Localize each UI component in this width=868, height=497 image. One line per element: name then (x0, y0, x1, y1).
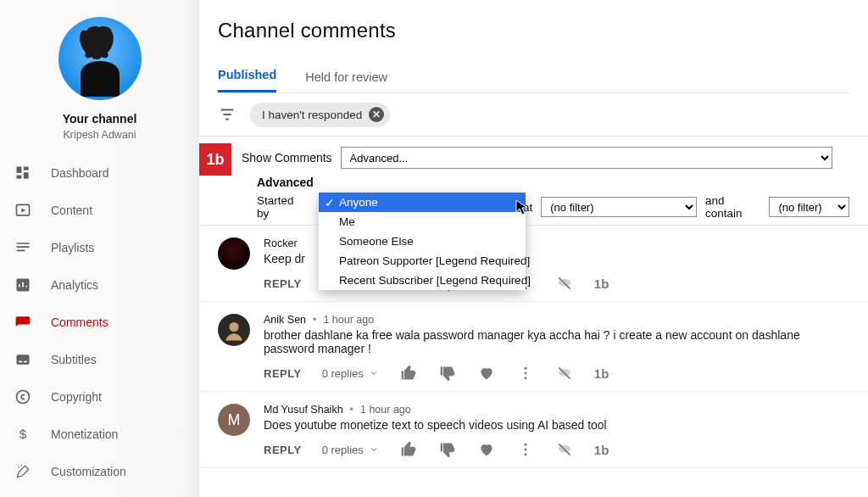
hide-icon[interactable] (555, 364, 574, 383)
heart-icon[interactable] (477, 364, 496, 383)
svg-point-16 (229, 322, 238, 332)
comments-list: Rocker Keep dr REPLY 0 replies 1b (199, 225, 868, 468)
tab-held-for-review[interactable]: Held for review (305, 70, 387, 92)
your-channel-label: Your channel (63, 112, 137, 126)
svg-point-22 (524, 453, 526, 455)
svg-point-9 (17, 391, 30, 404)
svg-rect-6 (17, 355, 30, 365)
svg-rect-0 (17, 167, 22, 174)
sidebar-item-comments[interactable]: Comments (0, 304, 199, 341)
comment-row: M Md Yusuf Shaikh • 1 hour ago Does yout… (199, 392, 868, 468)
more-icon[interactable] (516, 440, 535, 459)
sidebar-item-copyright[interactable]: Copyright (0, 378, 199, 416)
tubebuddy-panel: 1b Show Comments Advanced... Advanced St… (199, 136, 868, 225)
sidebar-item-playlists[interactable]: Playlists (0, 229, 199, 266)
show-comments-select[interactable]: Advanced... (341, 147, 832, 169)
dropdown-option-me[interactable]: Me (319, 212, 526, 232)
hide-icon[interactable] (555, 440, 574, 459)
svg-point-19 (524, 377, 526, 379)
dropdown-option-someone-else[interactable]: Someone Else (319, 232, 526, 251)
filter-chip-label: I haven't responded (262, 109, 362, 121)
comment-text: Does youtube monetize text to speech vid… (264, 418, 849, 432)
like-icon[interactable] (399, 364, 418, 383)
commenter-avatar[interactable]: M (218, 404, 250, 436)
commenter-avatar[interactable] (218, 237, 250, 270)
hide-icon[interactable] (555, 274, 574, 293)
tubebuddy-action-icon[interactable]: 1b (594, 274, 613, 293)
svg-point-21 (524, 449, 526, 451)
sidebar-item-label: Dashboard (51, 166, 109, 180)
started-by-label: Started by (257, 194, 306, 220)
like-icon[interactable] (399, 440, 418, 459)
comments-icon (14, 313, 32, 332)
svg-point-17 (524, 367, 526, 370)
svg-point-18 (524, 372, 526, 375)
svg-point-12 (21, 465, 23, 466)
sidebar-item-customization[interactable]: Customization (0, 453, 199, 490)
sidebar-item-dashboard[interactable]: Dashboard (0, 154, 199, 192)
comment-text: brother dashlane ka free wala password m… (264, 328, 849, 355)
page-title: Channel comments (218, 19, 868, 42)
and-contain-label: and contain (705, 194, 760, 220)
commenter-avatar[interactable] (218, 314, 250, 346)
sidebar-item-label: Subtitles (51, 353, 97, 366)
separator-dot: • (350, 404, 353, 416)
comment-author[interactable]: Anik Sen (264, 314, 306, 326)
filter-icon[interactable] (218, 105, 236, 124)
reply-button[interactable]: REPLY (264, 277, 302, 290)
sidebar-item-label: Customization (51, 465, 126, 478)
sidebar-item-label: Monetization (51, 427, 118, 441)
show-comments-label: Show Comments (242, 151, 332, 165)
dislike-icon[interactable] (438, 364, 457, 383)
copyright-icon (14, 388, 32, 406)
comment-row: Rocker Keep dr REPLY 0 replies 1b (199, 226, 868, 302)
sidebar-nav: Dashboard Content Playlists Analytics Co… (0, 154, 199, 490)
main-content: Channel comments Published Held for revi… (199, 0, 868, 497)
comment-time: 1 hour ago (323, 314, 374, 326)
channel-avatar[interactable] (58, 17, 142, 100)
svg-rect-3 (17, 176, 22, 179)
sidebar: Your channel Kripesh Adwani Dashboard Co… (0, 0, 199, 497)
filter-contain-select[interactable]: (no filter) (769, 197, 849, 217)
tubebuddy-action-icon[interactable]: 1b (594, 440, 613, 459)
sidebar-item-subtitles[interactable]: Subtitles (0, 341, 199, 378)
comment-author[interactable]: Rocker (264, 237, 298, 249)
separator-dot: • (313, 314, 316, 326)
comment-author[interactable]: Md Yusuf Shaikh (264, 404, 343, 416)
dislike-icon[interactable] (438, 440, 457, 459)
sidebar-item-label: Comments (51, 316, 108, 329)
dropdown-option-anyone[interactable]: Anyone (319, 193, 526, 212)
filter-chip[interactable]: I haven't responded ✕ (250, 103, 390, 127)
svg-text:$: $ (19, 427, 27, 441)
sidebar-item-label: Content (51, 204, 92, 217)
sidebar-item-monetization[interactable]: $ Monetization (0, 416, 199, 453)
replies-toggle[interactable]: 0 replies (322, 367, 379, 380)
tab-published[interactable]: Published (218, 68, 276, 92)
started-by-dropdown[interactable]: Anyone Me Someone Else Patreon Supporter… (319, 193, 526, 290)
reply-button[interactable]: REPLY (264, 367, 302, 380)
heart-icon[interactable] (477, 440, 496, 459)
reply-button[interactable]: REPLY (264, 444, 302, 456)
channel-name: Kripesh Adwani (63, 129, 136, 141)
content-icon (14, 201, 32, 220)
sidebar-item-analytics[interactable]: Analytics (0, 266, 199, 304)
svg-point-11 (18, 466, 19, 468)
svg-point-20 (524, 444, 526, 446)
svg-rect-7 (19, 361, 22, 363)
comment-time: 1 hour ago (360, 404, 411, 416)
remove-chip-icon[interactable]: ✕ (369, 107, 384, 122)
dropdown-option-recent-sub[interactable]: Recent Subscriber [Legend Required] (319, 271, 526, 290)
replies-toggle[interactable]: 0 replies (322, 444, 379, 456)
tubebuddy-logo-icon: 1b (199, 143, 231, 176)
tubebuddy-action-icon[interactable]: 1b (594, 364, 613, 383)
filter-that-select[interactable]: (no filter) (541, 197, 697, 217)
sidebar-item-label: Copyright (51, 390, 102, 404)
advanced-label: Advanced (257, 176, 849, 189)
dropdown-option-patreon[interactable]: Patreon Supporter [Legend Required] (319, 251, 526, 271)
playlists-icon (14, 238, 32, 257)
sidebar-item-content[interactable]: Content (0, 192, 199, 229)
sidebar-item-label: Analytics (51, 278, 98, 292)
sidebar-item-label: Playlists (51, 241, 94, 254)
monetization-icon: $ (14, 425, 32, 444)
more-icon[interactable] (516, 364, 535, 383)
